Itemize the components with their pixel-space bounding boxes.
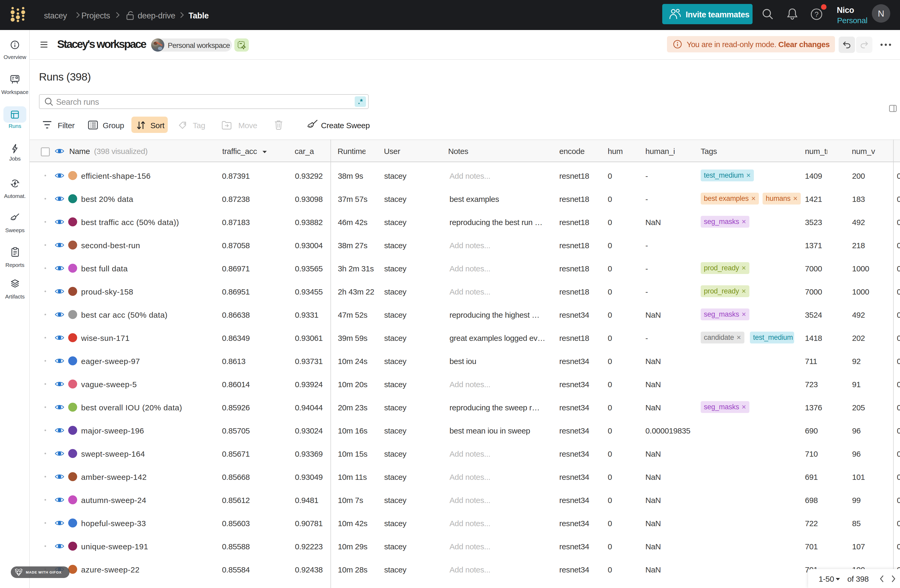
svg-text:?: ? [815, 10, 819, 19]
